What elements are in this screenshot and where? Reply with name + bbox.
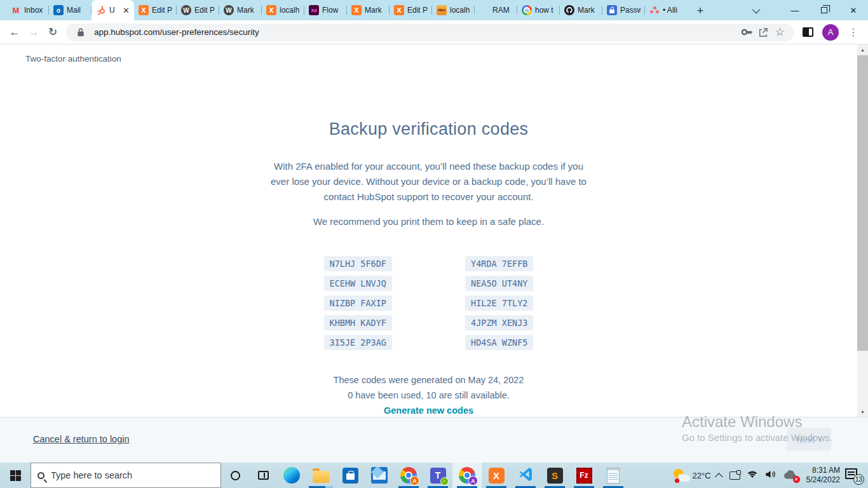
tray-expand-button[interactable] (714, 463, 726, 488)
tab-microsoft-ram[interactable]: RAM (475, 0, 517, 20)
backup-code: 4JPZM XENJ3 (465, 315, 533, 330)
minimize-button[interactable]: — (780, 0, 810, 20)
taskbar-app-notepad[interactable] (599, 463, 628, 488)
password-key-icon[interactable] (738, 24, 755, 41)
scrollbar[interactable]: ▲ ▼ (857, 44, 868, 417)
taskbar: Type here to search A T✓ A X S Fz (0, 463, 868, 488)
generate-new-codes-link[interactable]: Generate new codes (0, 405, 857, 416)
breadcrumb: Two-factor authentication (25, 54, 121, 64)
tab-label: Mark (365, 6, 382, 15)
tab-github-mark[interactable]: Mark (560, 0, 602, 20)
bookmark-star-icon[interactable]: ☆ (771, 24, 788, 41)
scrollbar-thumb[interactable] (857, 55, 868, 351)
hubspot-icon (96, 5, 106, 15)
tab-phpmyadmin-localhost[interactable]: PMA localh (432, 0, 475, 20)
share-icon[interactable] (755, 24, 771, 41)
close-button[interactable]: ✕ (839, 0, 868, 20)
wordpress-icon: W (181, 5, 191, 15)
connect-button[interactable] (726, 463, 743, 488)
task-view-button[interactable] (249, 463, 277, 488)
backup-codes-grid: N7LHJ 5F6DF ECEHW LNVJQ NIZBP FAXIP KHBM… (0, 256, 857, 350)
taskbar-app-chrome-profile2-active[interactable]: A (452, 463, 482, 488)
onedrive-error-icon: ✕ (783, 470, 798, 481)
browser-menu-icon[interactable]: ⋮ (844, 23, 863, 42)
outlook-icon: o (53, 5, 64, 15)
wifi-icon (747, 470, 758, 481)
next-button[interactable]: Next › (787, 428, 831, 451)
taskbar-app-vscode[interactable] (511, 463, 540, 488)
tab-gmail-inbox[interactable]: M Inbox (6, 0, 49, 20)
search-placeholder: Type here to search (51, 470, 132, 480)
browser-toolbar: ← → ↻ app.hubspot.com/user-preferences/s… (0, 20, 868, 44)
taskbar-app-teams[interactable]: T✓ (423, 463, 452, 488)
start-button[interactable] (0, 463, 31, 488)
taskbar-clock[interactable]: 8:31 AM 5/24/2022 (801, 466, 845, 485)
scroll-down-arrow-icon[interactable]: ▼ (857, 407, 868, 417)
google-icon: G (522, 5, 532, 15)
usage-status-text: 0 have been used, 10 are still available… (0, 390, 857, 400)
side-panel-icon[interactable] (798, 23, 817, 42)
reload-button[interactable]: ↻ (43, 23, 62, 42)
taskbar-app-store[interactable] (336, 463, 365, 488)
tab-hubspot-active[interactable]: U ✕ (92, 0, 134, 20)
tab-adobe-xd-flow[interactable]: Xd Flow (304, 0, 347, 20)
edge-icon (283, 467, 300, 484)
tab-outlook-mail[interactable]: o Mail (49, 0, 92, 20)
tab-google-how[interactable]: G how t (517, 0, 560, 20)
taskbar-search-box[interactable]: Type here to search (31, 463, 221, 488)
microsoft-store-icon (342, 468, 358, 484)
address-bar[interactable]: app.hubspot.com/user-preferences/securit… (66, 24, 794, 41)
clock-time: 8:31 AM (806, 466, 840, 475)
taskbar-app-chrome-profile1[interactable]: A (394, 463, 423, 488)
tab-label: Inbox (24, 6, 43, 15)
restore-button[interactable] (810, 0, 839, 20)
tab-xampp-mark[interactable]: X Mark (347, 0, 390, 20)
scroll-up-arrow-icon[interactable]: ▲ (857, 44, 868, 55)
chevron-up-icon (715, 473, 723, 481)
cortana-button[interactable] (221, 463, 249, 488)
volume-button[interactable] (761, 463, 780, 488)
tab-label: Mark (237, 6, 254, 15)
url-text: app.hubspot.com/user-preferences/securit… (94, 27, 738, 37)
taskbar-app-mail[interactable] (365, 463, 394, 488)
tab-xampp-localhost[interactable]: X localh (262, 0, 304, 20)
taskbar-app-edge[interactable] (277, 463, 306, 488)
codes-column-left: N7LHJ 5F6DF ECEHW LNVJQ NIZBP FAXIP KHBM… (324, 256, 392, 350)
tab-wordpress-edit[interactable]: W Edit P (177, 0, 219, 20)
onedrive-button[interactable]: ✕ (780, 463, 801, 488)
tab-close-icon[interactable]: ✕ (123, 6, 130, 15)
taskbar-app-filezilla[interactable]: Fz (569, 463, 599, 488)
file-explorer-icon (313, 471, 329, 483)
temperature-text: 22°C (693, 471, 711, 480)
network-button[interactable] (743, 463, 761, 488)
tab-password-site[interactable]: Passw (602, 0, 645, 20)
backup-code: NEA5O UT4NY (465, 276, 533, 291)
tab-label: how t (535, 6, 553, 15)
xampp-icon: X (394, 5, 404, 15)
taskbar-app-xampp[interactable]: X (482, 463, 511, 488)
search-icon (37, 472, 44, 479)
tab-label: Edit P (194, 6, 215, 15)
action-center-button[interactable]: 13 (845, 467, 862, 484)
page-content: Two-factor authentication Backup verific… (0, 44, 868, 417)
wordpress-icon: W (224, 5, 234, 15)
taskbar-app-sublime[interactable]: S (540, 463, 569, 488)
weather-widget[interactable]: 22°C (670, 463, 714, 488)
https-lock-icon (72, 24, 89, 41)
next-button-label: Next (796, 435, 815, 445)
tab-asana-alli[interactable]: • Alli (645, 0, 688, 20)
tab-search-chevron-icon[interactable] (742, 0, 771, 20)
forward-button[interactable]: → (24, 23, 43, 42)
cancel-return-link[interactable]: Cancel & return to login (33, 434, 130, 444)
xampp-icon: X (489, 468, 505, 484)
back-button[interactable]: ← (5, 23, 24, 42)
profile-avatar[interactable]: A (822, 24, 839, 41)
tab-xampp-edit-2[interactable]: X Edit P (390, 0, 432, 20)
gmail-icon: M (11, 5, 21, 15)
tab-wordpress-mark[interactable]: W Mark (219, 0, 262, 20)
taskbar-app-file-explorer[interactable] (306, 463, 336, 488)
new-tab-button[interactable]: + (691, 2, 709, 20)
notification-count-badge: 13 (853, 474, 864, 485)
tab-xampp-edit[interactable]: X Edit P (134, 0, 177, 20)
speaker-icon (764, 469, 776, 482)
